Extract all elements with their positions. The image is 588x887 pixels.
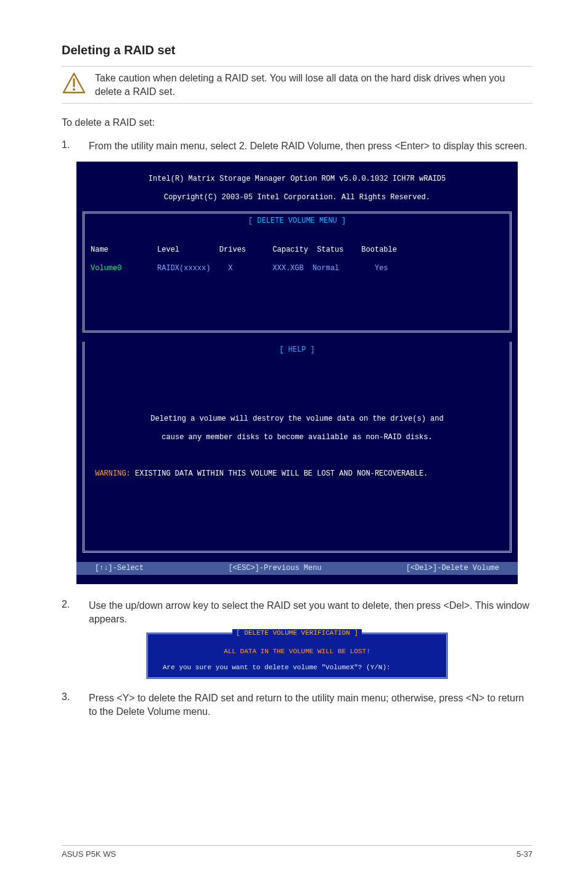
bios-columns: Name Level Drives Capacity Status Bootab… (91, 245, 504, 255)
bios-help-line2: cause any member disks to become availab… (91, 433, 504, 442)
bios-confirm-dialog: [ DELETE VOLUME VERIFICATION ] ALL DATA … (146, 632, 448, 679)
bios-help-title: [ HELP ] (277, 345, 317, 354)
bios-key-prev: [<ESC>]-Previous Menu (228, 564, 321, 573)
bios-screenshot: Intel(R) Matrix Storage Manager Option R… (76, 162, 518, 584)
step-number: 1. (62, 139, 89, 153)
bios-header-line1: Intel(R) Matrix Storage Manager Option R… (83, 175, 512, 184)
step-number: 2. (62, 599, 89, 626)
bios-warning-line: WARNING: EXISTING DATA WITHIN THIS VOLUM… (91, 469, 504, 479)
confirm-warning: ALL DATA IN THE VOLUME WILL BE LOST! (153, 648, 441, 655)
step-text: Press <Y> to delete the RAID set and ret… (89, 691, 533, 719)
footer-left: ASUS P5K WS (62, 849, 116, 859)
step-3: 3. Press <Y> to delete the RAID set and … (62, 691, 533, 719)
step-2: 2. Use the up/down arrow key to select t… (62, 599, 533, 626)
svg-point-2 (73, 88, 75, 91)
section-heading: Deleting a RAID set (62, 43, 533, 57)
intro-text: To delete a RAID set: (62, 116, 533, 130)
step-1: 1. From the utility main menu, select 2.… (62, 139, 533, 153)
caution-block: Take caution when deleting a RAID set. Y… (62, 66, 533, 104)
page-footer: ASUS P5K WS 5-37 (62, 845, 533, 859)
bios-header-line2: Copyright(C) 2003-05 Intel Corporation. … (83, 193, 512, 202)
step-number: 3. (62, 691, 89, 719)
bios-footer-keys: [↑↓]-Select [<ESC>]-Previous Menu [<Del>… (76, 562, 518, 575)
confirm-title: [ DELETE VOLUME VERIFICATION ] (232, 629, 362, 637)
bios-volume-row: Volume0 RAIDX(xxxxx) X XXX.XGB Normal Ye… (91, 264, 504, 273)
caution-text: Take caution when deleting a RAID set. Y… (95, 72, 533, 98)
step-text: From the utility main menu, select 2. De… (89, 139, 533, 153)
footer-page-number: 5-37 (517, 849, 533, 859)
caution-icon (62, 72, 95, 96)
bios-panel-title: [ DELETE VOLUME MENU ] (246, 217, 348, 225)
step-text: Use the up/down arrow key to select the … (89, 599, 533, 626)
bios-help-line1: Deleting a volume will destroy the volum… (91, 415, 504, 424)
bios-key-del: [<Del>]-Delete Volume (406, 564, 499, 573)
bios-key-select: [↑↓]-Select (95, 564, 144, 573)
confirm-prompt: Are you sure you want to delete volume "… (153, 664, 441, 671)
